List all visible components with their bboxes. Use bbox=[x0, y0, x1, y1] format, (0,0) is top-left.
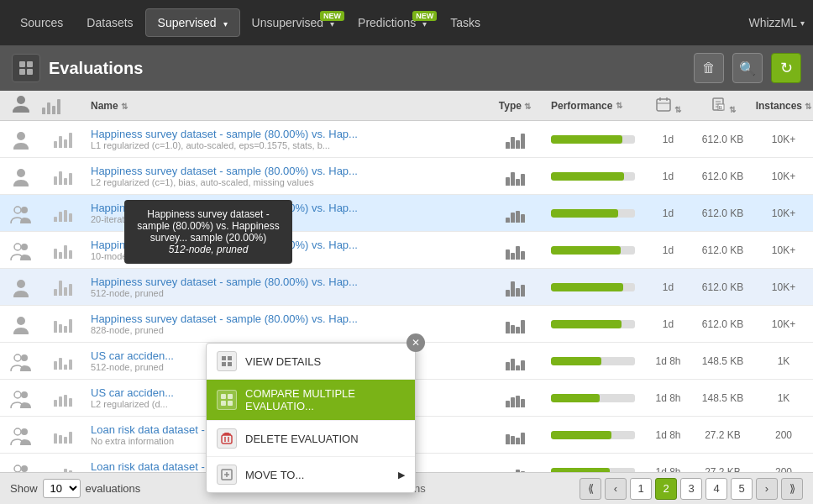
page-5-button[interactable]: 5 bbox=[731, 478, 753, 500]
page-1-button[interactable]: 1 bbox=[630, 478, 652, 500]
row-instances-cell: 10K+ bbox=[754, 134, 813, 145]
type-bars bbox=[506, 130, 525, 149]
col-header-name[interactable]: Name ⇅ bbox=[84, 100, 485, 112]
table-row[interactable]: Happiness survey dataset - sample (80.00… bbox=[0, 158, 813, 195]
page-last-button[interactable]: ⟫ bbox=[781, 478, 803, 500]
table-row[interactable]: Happiness survey dataset - sample (80.00… bbox=[0, 195, 813, 232]
row-name-cell: Happiness survey dataset - sample (80.00… bbox=[84, 239, 485, 261]
performance-bar-container bbox=[551, 135, 635, 144]
nav-supervised[interactable]: Supervised ▾ bbox=[145, 8, 240, 37]
context-menu: ✕ VIEW DETAILS COMPAR bbox=[206, 343, 416, 493]
col-header-instances[interactable]: Instances ⇅ bbox=[754, 100, 813, 112]
show-label: Show bbox=[10, 482, 38, 495]
nav-predictions[interactable]: Predictions ▾ NEW bbox=[346, 9, 438, 36]
page-4-button[interactable]: 4 bbox=[705, 478, 727, 500]
row-performance-cell bbox=[544, 209, 645, 218]
ctx-view-details[interactable]: VIEW DETAILS bbox=[207, 344, 415, 380]
performance-bar bbox=[551, 357, 601, 365]
context-menu-close[interactable]: ✕ bbox=[406, 333, 425, 352]
col-header-type[interactable]: Type ⇅ bbox=[485, 100, 544, 112]
page-next-button[interactable]: › bbox=[756, 478, 778, 500]
row-type-cell bbox=[485, 167, 544, 186]
row-person-icon bbox=[0, 312, 42, 336]
performance-bar bbox=[551, 431, 611, 439]
type-bars bbox=[506, 426, 525, 444]
svg-point-28 bbox=[21, 428, 28, 435]
delete-button[interactable]: 🗑 bbox=[694, 53, 724, 83]
svg-point-27 bbox=[14, 428, 21, 435]
nav-tasks[interactable]: Tasks bbox=[438, 9, 492, 36]
performance-bar bbox=[551, 135, 622, 144]
row-size-cell: 612.0 KB bbox=[691, 244, 754, 256]
brand-menu[interactable]: WhizzML ▾ bbox=[748, 16, 805, 29]
svg-point-15 bbox=[17, 132, 25, 140]
row-person-icon bbox=[0, 202, 42, 225]
row-type-cell bbox=[485, 241, 544, 260]
svg-point-20 bbox=[21, 244, 28, 250]
col-header-performance[interactable]: Performance ⇅ bbox=[544, 100, 645, 112]
page-2-button[interactable]: 2 bbox=[655, 478, 677, 500]
date-sort-arrow: ⇅ bbox=[674, 105, 681, 114]
svg-rect-35 bbox=[221, 394, 226, 399]
svg-point-19 bbox=[14, 244, 21, 250]
page-first-button[interactable]: ⟪ bbox=[580, 478, 601, 500]
brand-dropdown-arrow: ▾ bbox=[800, 18, 805, 28]
header-person-icon bbox=[9, 92, 33, 116]
performance-bar bbox=[551, 172, 624, 181]
row-person-icon bbox=[0, 349, 42, 373]
compare-label: COMPARE MULTIPLE EVALUATIO... bbox=[245, 387, 405, 412]
svg-rect-2 bbox=[19, 69, 25, 75]
table-row[interactable]: Happiness survey dataset - sample (80.00… bbox=[0, 232, 813, 269]
size-icon: B bbox=[710, 96, 726, 113]
calendar-icon bbox=[655, 96, 672, 113]
svg-rect-1 bbox=[27, 61, 33, 67]
row-chart-icon bbox=[42, 168, 84, 185]
col-header-size[interactable]: B ⇅ bbox=[691, 96, 754, 115]
type-sort-arrow: ⇅ bbox=[524, 102, 531, 111]
row-type-cell bbox=[485, 278, 544, 297]
svg-point-17 bbox=[14, 207, 21, 213]
search-button[interactable]: 🔍 bbox=[732, 53, 763, 83]
row-date-cell: 1d bbox=[645, 207, 691, 219]
page-size-select[interactable]: 10 20 50 bbox=[43, 479, 81, 498]
pagination: ⟪ ‹ 1 2 3 4 5 › ⟫ bbox=[580, 478, 803, 500]
ctx-compare[interactable]: COMPARE MULTIPLE EVALUATIO... bbox=[207, 380, 415, 421]
table-row[interactable]: Happiness survey dataset - sample (80.00… bbox=[0, 306, 813, 343]
nav-unsupervised[interactable]: Unsupervised ▾ NEW bbox=[240, 9, 347, 36]
svg-point-26 bbox=[21, 391, 28, 398]
col-header-date[interactable]: ⇅ bbox=[645, 96, 691, 115]
view-details-label: VIEW DETAILS bbox=[245, 355, 321, 368]
page-3-button[interactable]: 3 bbox=[680, 478, 702, 500]
svg-point-16 bbox=[17, 169, 25, 177]
row-title: Happiness survey dataset - sample (80.00… bbox=[91, 276, 485, 288]
svg-rect-32 bbox=[228, 356, 232, 360]
row-instances-cell: 10K+ bbox=[754, 171, 813, 182]
svg-point-21 bbox=[17, 280, 25, 288]
page-prev-button[interactable]: ‹ bbox=[605, 478, 627, 500]
svg-rect-41 bbox=[222, 435, 232, 444]
bar-chart-icon bbox=[54, 131, 72, 148]
table-row[interactable]: Happiness survey dataset - sample (80.00… bbox=[0, 269, 813, 306]
performance-bar bbox=[551, 209, 618, 218]
table-row[interactable]: Happiness survey dataset - sample (80.00… bbox=[0, 121, 813, 158]
move-to-label: MOVE TO... bbox=[245, 469, 304, 481]
row-type-cell bbox=[485, 204, 544, 223]
compare-icon bbox=[217, 390, 237, 410]
performance-bar-container bbox=[551, 246, 635, 255]
nav-sources[interactable]: Sources bbox=[8, 9, 75, 36]
evaluations-label: evaluations bbox=[86, 482, 141, 495]
performance-bar-container bbox=[551, 394, 635, 402]
grid-view-icon[interactable] bbox=[12, 54, 40, 82]
row-instances-cell: 200 bbox=[754, 429, 813, 441]
refresh-button[interactable]: ↻ bbox=[771, 53, 801, 83]
bar-chart-icon bbox=[54, 205, 72, 222]
nav-datasets[interactable]: Datasets bbox=[75, 9, 144, 36]
ctx-move-to[interactable]: MOVE TO... ▶ bbox=[207, 457, 415, 492]
ctx-delete[interactable]: DELETE EVALUATION bbox=[207, 421, 415, 457]
type-bars bbox=[506, 241, 525, 260]
row-type-cell bbox=[485, 426, 544, 444]
row-chart-icon bbox=[42, 353, 84, 370]
row-name-cell: Happiness survey dataset - sample (80.00… bbox=[84, 276, 485, 298]
row-type-cell bbox=[485, 315, 544, 333]
bar-chart-icon bbox=[54, 316, 72, 333]
